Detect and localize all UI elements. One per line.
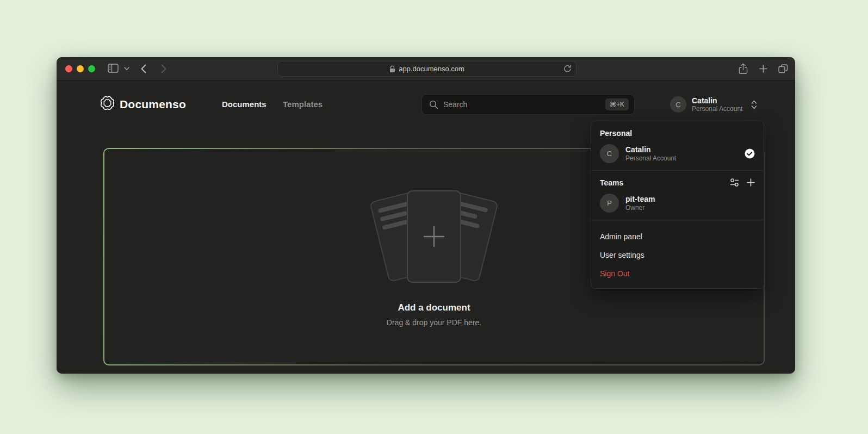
browser-toolbar: app.documenso.com xyxy=(57,57,795,80)
forward-arrow-icon xyxy=(161,64,166,73)
create-team-button[interactable] xyxy=(747,178,755,187)
account-subtitle: Personal Account xyxy=(625,154,676,163)
menu-item-sign-out[interactable]: Sign Out xyxy=(600,264,755,283)
address-bar[interactable]: app.documenso.com xyxy=(277,61,576,77)
manage-teams-button[interactable] xyxy=(730,178,739,187)
account-dropdown-menu: Personal C Catalin Personal Account Team xyxy=(591,121,764,289)
back-button[interactable] xyxy=(141,64,146,73)
browser-window: app.documenso.com xyxy=(57,57,795,374)
personal-account-item[interactable]: C Catalin Personal Account xyxy=(600,144,755,163)
dropzone-title: Add a document xyxy=(398,302,470,313)
nav-templates[interactable]: Templates xyxy=(283,100,323,109)
personal-section-heading: Personal xyxy=(600,129,755,138)
nav-documents[interactable]: Documents xyxy=(222,100,266,109)
forward-button[interactable] xyxy=(161,64,166,73)
teams-section-heading: Teams xyxy=(600,178,722,187)
search-bar[interactable]: ⌘+K xyxy=(421,94,635,115)
search-input[interactable] xyxy=(443,100,600,109)
back-arrow-icon xyxy=(141,64,146,73)
share-button[interactable] xyxy=(739,63,748,75)
account-name: Catalin xyxy=(625,145,676,154)
lock-icon xyxy=(389,65,395,73)
minimize-window-button[interactable] xyxy=(77,65,84,72)
reload-button[interactable] xyxy=(563,65,571,73)
team-item[interactable]: P pit-team Owner xyxy=(600,194,755,213)
menu-item-user-settings[interactable]: User settings xyxy=(600,246,755,264)
menu-separator xyxy=(591,220,764,220)
chevrons-up-down-icon xyxy=(751,100,757,109)
team-avatar: P xyxy=(600,194,619,213)
close-window-button[interactable] xyxy=(65,65,72,72)
sidebar-menu-chevron-button[interactable] xyxy=(124,67,129,70)
document-card-center xyxy=(407,190,461,283)
brand-logo[interactable]: Documenso xyxy=(100,96,186,113)
documenso-app: Documenso Documents Templates ⌘+K C Cata… xyxy=(57,80,795,374)
plus-icon xyxy=(759,65,767,73)
search-icon xyxy=(429,100,438,109)
account-name: Catalin xyxy=(692,96,742,105)
teams-section-header: Teams xyxy=(600,178,755,187)
search-shortcut-badge: ⌘+K xyxy=(605,98,629,110)
tabs-overview-icon xyxy=(778,64,788,73)
sidebar-toggle-button[interactable] xyxy=(108,64,119,73)
menu-separator xyxy=(591,170,764,171)
url-text: app.documenso.com xyxy=(399,65,464,73)
avatar: C xyxy=(600,144,619,163)
dropzone-subtitle: Drag & drop your PDF here. xyxy=(387,318,481,327)
traffic-lights xyxy=(65,65,95,72)
account-menu-button[interactable]: C Catalin Personal Account xyxy=(670,96,757,113)
add-plus-icon xyxy=(421,224,447,249)
menu-item-admin-panel[interactable]: Admin panel xyxy=(600,227,755,246)
tab-overview-button[interactable] xyxy=(778,64,788,73)
selected-check-icon xyxy=(745,148,755,159)
zoom-window-button[interactable] xyxy=(88,65,95,72)
new-tab-button[interactable] xyxy=(759,65,767,73)
sidebar-icon xyxy=(108,64,119,73)
documenso-logo-icon xyxy=(100,96,115,113)
share-icon xyxy=(739,63,748,75)
team-name: pit-team xyxy=(625,195,655,204)
chevron-down-icon xyxy=(124,67,129,70)
brand-name: Documenso xyxy=(120,98,186,111)
account-subtitle: Personal Account xyxy=(692,105,742,113)
team-role: Owner xyxy=(625,204,655,212)
document-cards-illustration xyxy=(374,190,494,284)
avatar: C xyxy=(670,96,686,113)
